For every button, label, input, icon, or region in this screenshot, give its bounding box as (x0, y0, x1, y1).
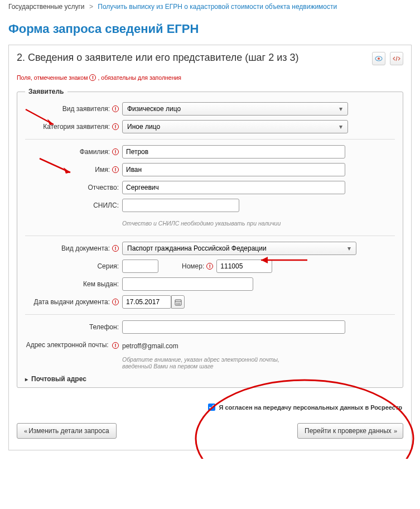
input-name[interactable] (122, 163, 345, 176)
email-value: petroff@gmail.com (122, 340, 178, 350)
svg-point-8 (177, 304, 178, 305)
consent-label: Я согласен на передачу персональных данн… (219, 404, 402, 411)
input-patronymic[interactable] (122, 181, 345, 194)
label-issue-date: Дата выдачи документа: (25, 298, 122, 306)
input-number[interactable] (216, 260, 272, 273)
exclamation-icon (112, 105, 119, 112)
exclamation-icon (89, 74, 96, 81)
chevron-down-icon: ▾ (345, 244, 354, 252)
exclamation-icon (112, 166, 119, 173)
next-button[interactable]: Перейти к проверке данных » (297, 423, 403, 439)
step-header: 2. Сведения о заявителе или его представ… (17, 52, 403, 65)
input-series[interactable] (122, 260, 158, 273)
row-issued-by: Кем выдан: (25, 277, 395, 291)
exclamation-icon (112, 123, 119, 130)
row-applicant-type: Вид заявителя: Физическое лицо ▾ (25, 102, 395, 116)
label-phone: Телефон: (25, 323, 122, 331)
label-number: Номер: (182, 262, 213, 270)
required-note-prefix: Поля, отмеченные знаком (17, 74, 88, 81)
label-email: Адрес электронной почты: (25, 340, 122, 350)
label-issued-by: Кем выдан: (25, 280, 122, 288)
separator (25, 139, 395, 140)
required-note: Поля, отмеченные знаком , обязательны дл… (17, 74, 403, 81)
row-issue-date: Дата выдачи документа: (25, 295, 395, 309)
svg-point-6 (179, 302, 180, 304)
separator (25, 236, 395, 236)
row-email-hint: Обратите внимание, указан адрес электрон… (25, 356, 395, 369)
svg-point-7 (176, 304, 177, 305)
input-snils[interactable] (122, 199, 239, 212)
postal-address-toggle[interactable]: ▸ Почтовый адрес (25, 375, 395, 383)
select-applicant-type[interactable]: Физическое лицо ▾ (122, 102, 348, 116)
select-doc-type[interactable]: Паспорт гражданина Российской Федерации … (122, 242, 356, 255)
exclamation-icon (112, 299, 119, 305)
row-name: Имя: (25, 163, 395, 176)
row-doc-type: Вид документа: Паспорт гражданина Россий… (25, 242, 395, 255)
label-applicant-type: Вид заявителя: (25, 105, 122, 113)
input-issue-date[interactable] (122, 295, 171, 309)
separator (25, 314, 395, 315)
email-hint: Обратите внимание, указан адрес электрон… (122, 356, 289, 369)
required-note-suffix: обязательны для заполнения (101, 74, 181, 81)
label-applicant-category: Категория заявителя: (25, 123, 122, 131)
chevron-down-icon: ▾ (336, 105, 345, 113)
row-patronymic-hint: Отчество и СНИЛС необходимо указывать пр… (25, 217, 395, 230)
row-series-number: Серия: Номер: (25, 260, 395, 273)
chevron-right-icon: » (394, 428, 396, 434)
eye-icon[interactable] (372, 52, 385, 65)
row-email: Адрес электронной почты: petroff@gmail.c… (25, 338, 395, 352)
label-snils: СНИЛС: (25, 201, 122, 209)
header-icons (372, 52, 403, 65)
label-surname: Фамилия: (25, 148, 122, 156)
patronymic-hint: Отчество и СНИЛС необходимо указывать пр… (122, 220, 281, 227)
chevron-down-icon: ▾ (336, 123, 345, 131)
exclamation-icon (112, 148, 119, 155)
svg-point-4 (176, 302, 177, 304)
triangle-right-icon: ▸ (25, 376, 28, 382)
row-surname: Фамилия: (25, 145, 395, 159)
calendar-icon (175, 299, 182, 306)
page-title: Форма запроса сведений ЕГРН (0, 13, 420, 45)
input-phone[interactable] (122, 320, 345, 334)
input-issued-by[interactable] (122, 277, 253, 291)
label-doc-type: Вид документа: (25, 244, 122, 252)
chevron-left-icon: « (24, 428, 26, 434)
code-icon[interactable] (390, 52, 403, 65)
breadcrumb-root: Государственные услуги (8, 3, 85, 11)
label-series: Серия: (25, 262, 122, 270)
back-button[interactable]: « Изменить детали запроса (17, 423, 117, 439)
svg-point-5 (177, 302, 178, 304)
svg-point-1 (378, 57, 380, 60)
row-applicant-category: Категория заявителя: Иное лицо ▾ (25, 120, 395, 133)
consent-row: Я согласен на передачу персональных данн… (17, 404, 403, 411)
label-patronymic: Отчество: (25, 184, 122, 191)
row-patronymic: Отчество: (25, 181, 395, 194)
row-snils: СНИЛС: (25, 199, 395, 212)
calendar-button[interactable] (171, 295, 185, 309)
consent-checkbox[interactable] (208, 404, 215, 411)
form-container: 2. Сведения о заявителе или его представ… (8, 45, 412, 450)
fieldset-legend: Заявитель (25, 88, 67, 95)
select-applicant-category[interactable]: Иное лицо ▾ (122, 120, 348, 133)
exclamation-icon (206, 263, 213, 270)
input-surname[interactable] (122, 145, 345, 159)
svg-point-16 (196, 380, 413, 459)
row-phone: Телефон: (25, 320, 395, 334)
exclamation-icon (112, 342, 119, 349)
breadcrumb: Государственные услуги > Получить выписк… (0, 0, 420, 13)
svg-point-9 (179, 304, 180, 305)
footer-buttons: « Изменить детали запроса Перейти к пров… (17, 423, 403, 439)
step-title: 2. Сведения о заявителе или его представ… (17, 52, 299, 64)
label-name: Имя: (25, 166, 122, 174)
exclamation-icon (112, 245, 119, 252)
breadcrumb-sep: > (89, 3, 93, 11)
breadcrumb-link[interactable]: Получить выписку из ЕГРН о кадастровой с… (98, 3, 337, 11)
applicant-fieldset: Заявитель Вид заявителя: Физическое лицо… (17, 88, 403, 388)
